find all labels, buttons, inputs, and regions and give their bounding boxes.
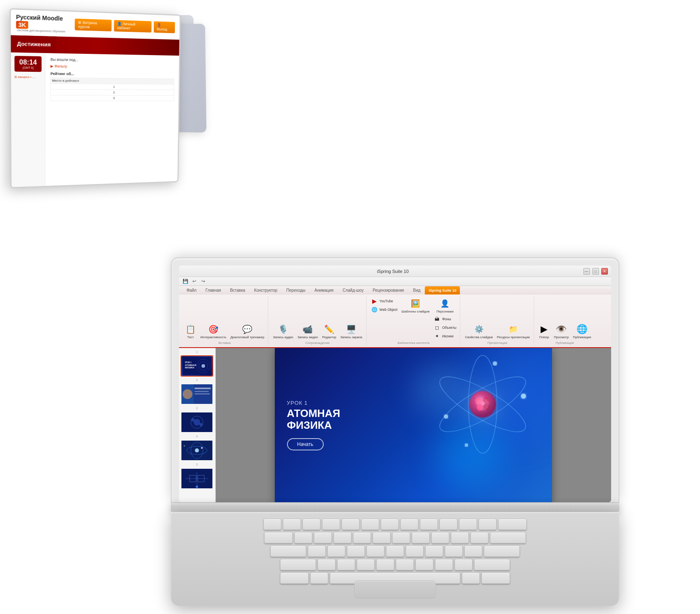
record-audio-label: Запись аудио: [273, 336, 293, 339]
player-button[interactable]: ▶ Плеер: [537, 323, 551, 340]
svg-point-9: [183, 389, 192, 399]
table-row: 1: [51, 84, 174, 90]
moodle-courses-btn[interactable]: ⊞ Витрина курсов: [75, 18, 112, 31]
tab-file[interactable]: Файл: [182, 286, 201, 295]
slide-num-5: 5: [181, 463, 214, 466]
key-enter-2: [484, 545, 520, 557]
tab-design[interactable]: Конструктор: [250, 286, 282, 295]
tab-animation[interactable]: Анимация: [310, 286, 338, 295]
ribbon-tabs: Файл Главная Вставка Конструктор Переход…: [179, 286, 611, 295]
slide-thumb-4[interactable]: ▶: [181, 440, 213, 461]
key: [347, 545, 365, 557]
slide-props-icon: ⚙️: [473, 324, 485, 335]
record-label: Сопровождение: [305, 340, 330, 345]
key: [357, 559, 375, 570]
record-screen-button[interactable]: 🖥️ Запись экрана: [339, 323, 364, 340]
slide-thumb-2[interactable]: [181, 383, 213, 405]
tab-review[interactable]: Рецензирование: [368, 286, 409, 295]
minimize-button[interactable]: —: [583, 268, 590, 275]
key: [392, 532, 410, 543]
slide-thumb-3[interactable]: [181, 412, 213, 433]
characters-button[interactable]: 👤 Персонажи: [432, 297, 457, 315]
record-video-button[interactable]: 📹 Запись видео: [296, 323, 320, 340]
record-screen-icon: 🖥️: [346, 324, 357, 335]
youtube-webobject-group: ▶ YouTube 🌐 Web Object: [370, 297, 399, 314]
key-alt-l: [310, 572, 328, 584]
slide-5-preview: [181, 469, 212, 488]
atom-container: [426, 351, 540, 457]
svg-point-17: [199, 423, 203, 426]
slide-thumb-inner-1: УРОК 1 АТОМНАЯ ФИЗИКА: [181, 356, 212, 376]
moodle-cabinet-btn[interactable]: 👤 Личный кабинет: [114, 20, 152, 32]
key-shift-r: [474, 559, 510, 570]
slide-thumb-5[interactable]: [181, 468, 213, 489]
moodle-3k-badge: 3K: [16, 21, 28, 29]
interactivity-label: Интерактивность: [201, 336, 227, 339]
key: [314, 532, 332, 543]
test-button[interactable]: 📋 Тест: [184, 323, 198, 340]
save-icon[interactable]: 💾: [182, 278, 189, 285]
key: [451, 532, 469, 543]
slide-num-1: 1: [181, 350, 214, 353]
svg-rect-12: [194, 393, 210, 395]
maximize-button[interactable]: □: [592, 268, 599, 275]
slide-thumb-inner-3: [181, 412, 212, 432]
publish-icon: 🌐: [576, 324, 587, 335]
undo-icon[interactable]: ↩: [191, 278, 198, 285]
record-audio-button[interactable]: 🎙️ Запись аудио: [272, 323, 294, 340]
key: [367, 545, 384, 557]
redo-icon[interactable]: ↪: [200, 278, 207, 285]
laptop-base: [171, 503, 619, 512]
icons-icon: ✦: [433, 332, 441, 340]
slide-num-2: 2: [181, 379, 214, 381]
laptop: iSpring Suite 10 — □ ✕ 💾 ↩ ↪: [171, 257, 619, 606]
svg-point-16: [191, 418, 194, 421]
key: [337, 559, 355, 570]
moodle-header: Русский Moodle 3K система дистанционного…: [11, 9, 179, 40]
svg-point-35: [521, 394, 526, 399]
moodle-logout-btn[interactable]: 🚪 Выход: [154, 21, 175, 33]
moodle-filter[interactable]: ▶ Фильтр: [51, 64, 174, 70]
moodle-breadcrumb[interactable]: В начало • ...: [15, 75, 42, 79]
slide-3-preview: [181, 412, 212, 432]
publish-label: Публикация: [573, 336, 591, 339]
ribbon-group-publish: ▶ Плеер 👁️ Просмотр 🌐: [535, 296, 595, 346]
editor-button[interactable]: ✏️ Редактор: [321, 323, 337, 340]
laptop-screen-outer: iSpring Suite 10 — □ ✕ 💾 ↩ ↪: [171, 257, 619, 503]
slide-start-button[interactable]: Начать: [287, 438, 324, 450]
templates-button[interactable]: 🖼️ Шаблоны слайдов: [400, 297, 431, 315]
tab-ispring[interactable]: iSpring Suite 10: [425, 286, 460, 295]
tab-view[interactable]: Вид: [409, 286, 425, 295]
editor-icon: ✏️: [324, 324, 335, 335]
preview-button[interactable]: 👁️ Просмотр: [553, 323, 570, 340]
publish-button[interactable]: 🌐 Публикация: [572, 323, 592, 340]
record-video-icon: 📹: [302, 324, 314, 335]
key: [327, 545, 345, 557]
tab-transitions[interactable]: Переходы: [282, 286, 310, 295]
tab-home[interactable]: Главная: [201, 286, 225, 295]
interactivity-button[interactable]: 🎯 Интерактивность: [199, 323, 228, 340]
trackpad[interactable]: [354, 581, 436, 598]
backgrounds-button[interactable]: 🏔 Фоны: [432, 315, 457, 323]
slide-props-button[interactable]: ⚙️ Свойства слайдов: [464, 323, 494, 340]
slide-num-4: 4: [181, 435, 214, 438]
web-object-button[interactable]: 🌐 Web Object: [370, 306, 399, 314]
test-icon: 📋: [185, 324, 197, 335]
ribbon-group-content: ▶ YouTube 🌐 Web Object: [367, 296, 461, 346]
insert-tools-label: Вставка: [219, 340, 231, 345]
youtube-button[interactable]: ▶ YouTube: [370, 297, 399, 305]
tab-insert[interactable]: Вставка: [225, 286, 250, 295]
key-shift-l: [280, 559, 316, 570]
slide-title-line2: ФИЗИКА: [287, 419, 385, 432]
slide-thumb-1[interactable]: УРОК 1 АТОМНАЯ ФИЗИКА: [181, 355, 213, 377]
svg-point-45: [477, 398, 489, 410]
slide-panel: 1 УРОК 1 АТОМНАЯ: [179, 348, 216, 502]
dialog-button[interactable]: 💬 Диалоговый тренажер: [229, 323, 265, 340]
moodle-monitor: Русский Moodle 3K система дистанционного…: [9, 8, 181, 188]
objects-button[interactable]: ◻ Объекты: [432, 324, 457, 332]
resources-button[interactable]: 📁 Ресурсы презентации: [496, 323, 531, 340]
icons-button[interactable]: ✦ Иконки: [432, 332, 457, 340]
tab-slideshow[interactable]: Слайд-шоу: [338, 286, 368, 295]
close-button[interactable]: ✕: [601, 268, 608, 275]
window-title: iSpring Suite 10: [203, 269, 583, 274]
